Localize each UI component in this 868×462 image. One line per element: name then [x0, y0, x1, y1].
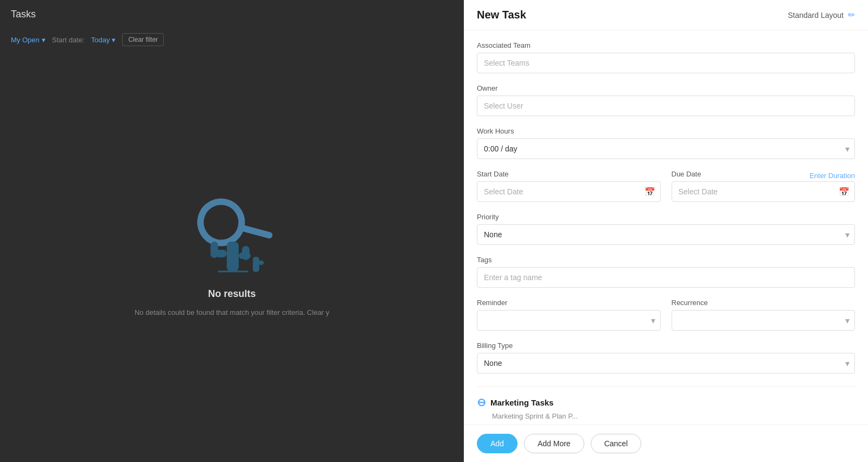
- svg-rect-2: [227, 242, 239, 271]
- marketing-tasks-header[interactable]: ⊖ Marketing Tasks: [477, 396, 855, 409]
- start-date-label: Start Date: [477, 170, 661, 178]
- tags-section: Tags: [477, 256, 855, 288]
- due-date-section: Due Date Enter Duration 📅: [672, 170, 856, 202]
- due-date-calendar-icon[interactable]: 📅: [839, 187, 850, 197]
- right-panel: New Task Standard Layout ✏ Associated Te…: [464, 0, 868, 462]
- form-header: New Task Standard Layout ✏: [464, 0, 868, 30]
- start-date-input[interactable]: [477, 181, 661, 202]
- recurrence-section: Recurrence ▾: [672, 299, 856, 331]
- add-button[interactable]: Add: [477, 434, 518, 453]
- billing-type-select[interactable]: None Billable Non-Billable: [477, 353, 855, 374]
- empty-title: No results: [208, 288, 256, 300]
- recurrence-label: Recurrence: [672, 299, 856, 307]
- priority-select[interactable]: None Low Medium High: [477, 224, 855, 245]
- layout-info: Standard Layout ✏: [788, 10, 855, 20]
- reminder-select[interactable]: [477, 310, 661, 331]
- priority-section: Priority None Low Medium High ▾: [477, 213, 855, 245]
- my-open-filter[interactable]: My Open ▾: [11, 36, 46, 44]
- owner-label: Owner: [477, 84, 855, 92]
- marketing-tasks-section: ⊖ Marketing Tasks Marketing Sprint & Pla…: [477, 387, 855, 420]
- priority-label: Priority: [477, 213, 855, 221]
- empty-illustration: [178, 182, 286, 280]
- form-footer: Add Add More Cancel: [464, 425, 868, 462]
- svg-rect-8: [253, 257, 259, 272]
- marketing-tasks-sub: Marketing Sprint & Plan P...: [477, 412, 855, 420]
- empty-subtitle: No details could be found that match you…: [135, 308, 329, 317]
- cancel-button[interactable]: Cancel: [591, 434, 642, 453]
- empty-state: No results No details could be found tha…: [0, 50, 464, 447]
- due-date-input[interactable]: [672, 181, 856, 202]
- date-row: Start Date 📅 Due Date Enter Duration 📅: [477, 159, 855, 202]
- tags-input[interactable]: [477, 267, 855, 288]
- recurrence-select-wrapper: ▾: [672, 310, 856, 331]
- billing-type-label: Billing Type: [477, 341, 855, 350]
- associated-team-input[interactable]: [477, 53, 855, 73]
- page-title: Tasks: [0, 0, 464, 29]
- svg-rect-9: [258, 261, 264, 265]
- form-title: New Task: [477, 9, 526, 21]
- reminder-select-wrapper: ▾: [477, 310, 661, 331]
- svg-rect-4: [210, 242, 218, 258]
- owner-section: Owner: [477, 84, 855, 116]
- recurrence-select[interactable]: [672, 310, 856, 331]
- filter-controls: My Open ▾ Start date: Today ▾ Clear filt…: [0, 29, 464, 50]
- billing-type-select-wrapper: None Billable Non-Billable ▾: [477, 353, 855, 374]
- due-date-wrapper: 📅: [672, 181, 856, 202]
- svg-rect-6: [242, 246, 250, 260]
- layout-label: Standard Layout: [788, 11, 844, 20]
- associated-team-section: Associated Team: [477, 41, 855, 73]
- collapse-icon: ⊖: [477, 396, 486, 409]
- associated-team-label: Associated Team: [477, 41, 855, 49]
- svg-line-1: [243, 218, 269, 244]
- work-hours-label: Work Hours: [477, 127, 855, 135]
- work-hours-select-wrapper: 0:00 / day ▾: [477, 138, 855, 159]
- start-date-wrapper: 📅: [477, 181, 661, 202]
- billing-type-section: Billing Type None Billable Non-Billable …: [477, 341, 855, 374]
- start-date-value[interactable]: Today ▾: [91, 36, 116, 44]
- tags-label: Tags: [477, 256, 855, 264]
- add-more-button[interactable]: Add More: [524, 434, 584, 453]
- left-panel: Tasks My Open ▾ Start date: Today ▾ Clea…: [0, 0, 464, 462]
- due-date-label: Due Date: [672, 170, 701, 178]
- start-date-label: Start date:: [52, 36, 85, 44]
- form-body: Associated Team Owner Work Hours 0:00 / …: [464, 30, 868, 425]
- reminder-section: Reminder ▾: [477, 299, 661, 331]
- work-hours-select[interactable]: 0:00 / day: [477, 138, 855, 159]
- reminder-recurrence-row: Reminder ▾ Recurrence ▾: [477, 288, 855, 331]
- owner-input[interactable]: [477, 96, 855, 116]
- clear-filter-button[interactable]: Clear filter: [122, 33, 164, 46]
- start-date-section: Start Date 📅: [477, 170, 661, 202]
- reminder-label: Reminder: [477, 299, 661, 307]
- work-hours-section: Work Hours 0:00 / day ▾: [477, 127, 855, 159]
- start-date-calendar-icon[interactable]: 📅: [644, 187, 655, 197]
- svg-point-0: [193, 194, 249, 250]
- marketing-tasks-label: Marketing Tasks: [490, 398, 553, 407]
- priority-select-wrapper: None Low Medium High ▾: [477, 224, 855, 245]
- edit-layout-icon[interactable]: ✏: [848, 10, 855, 20]
- enter-duration-link[interactable]: Enter Duration: [809, 172, 855, 180]
